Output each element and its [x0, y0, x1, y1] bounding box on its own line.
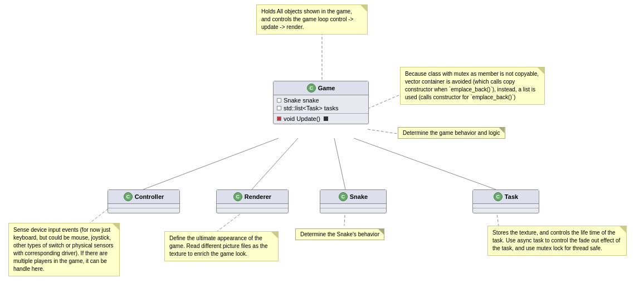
- snake-class-title: C Snake: [320, 190, 386, 204]
- controller-section-2: [108, 208, 179, 213]
- renderer-note: Define the ultimate appearance of the ga…: [164, 231, 279, 261]
- game-class-title: C Game: [274, 81, 368, 95]
- svg-line-1: [368, 95, 400, 109]
- snake-note: Determine the Snake's behavior: [295, 228, 384, 240]
- attr-icon-tasks: [277, 106, 281, 110]
- renderer-section-1: [217, 204, 288, 208]
- diagram-container: Holds All objects shown in the game, and…: [0, 0, 644, 302]
- controller-class-title: C Controller: [108, 190, 179, 204]
- svg-line-6: [354, 138, 496, 189]
- game-right-big-note: Because class with mutex as member is no…: [400, 67, 545, 105]
- task-section-2: [473, 208, 539, 213]
- game-attr-1: Snake snake: [277, 96, 365, 104]
- task-class-title: C Task: [473, 190, 539, 204]
- renderer-class-box: C Renderer: [216, 189, 289, 213]
- task-class-box: C Task: [472, 189, 539, 213]
- game-methods-section: void Update(): [274, 114, 368, 124]
- game-class-box: C Game Snake snake std::list<Task> tasks…: [273, 81, 369, 124]
- task-class-icon: C: [494, 192, 502, 201]
- svg-line-3: [143, 138, 279, 189]
- svg-line-4: [252, 138, 298, 189]
- snake-class-icon: C: [339, 192, 348, 201]
- game-class-icon: C: [307, 84, 316, 92]
- renderer-class-title: C Renderer: [217, 190, 288, 204]
- method-indicator: [324, 116, 328, 121]
- game-method-1: void Update(): [277, 115, 365, 123]
- attr-icon-update: [277, 116, 281, 121]
- game-attr-2: std::list<Task> tasks: [277, 104, 365, 112]
- controller-class-box: C Controller: [108, 189, 180, 213]
- snake-class-box: C Snake: [320, 189, 387, 213]
- controller-section-1: [108, 204, 179, 208]
- game-top-note: Holds All objects shown in the game, and…: [256, 4, 368, 35]
- attr-icon-snake: [277, 98, 281, 103]
- renderer-section-2: [217, 208, 288, 213]
- renderer-class-icon: C: [233, 192, 242, 201]
- snake-section-1: [320, 204, 386, 208]
- game-right-small-note: Determine the game behavior and logic: [398, 127, 505, 139]
- svg-line-5: [334, 138, 345, 189]
- snake-section-2: [320, 208, 386, 213]
- task-note: Stores the texture, and controls the lif…: [487, 226, 627, 256]
- controller-note: Sense device input events (for now just …: [8, 223, 120, 276]
- task-section-1: [473, 204, 539, 208]
- controller-class-icon: C: [124, 192, 133, 201]
- svg-line-2: [368, 129, 398, 134]
- game-attributes-section: Snake snake std::list<Task> tasks: [274, 95, 368, 114]
